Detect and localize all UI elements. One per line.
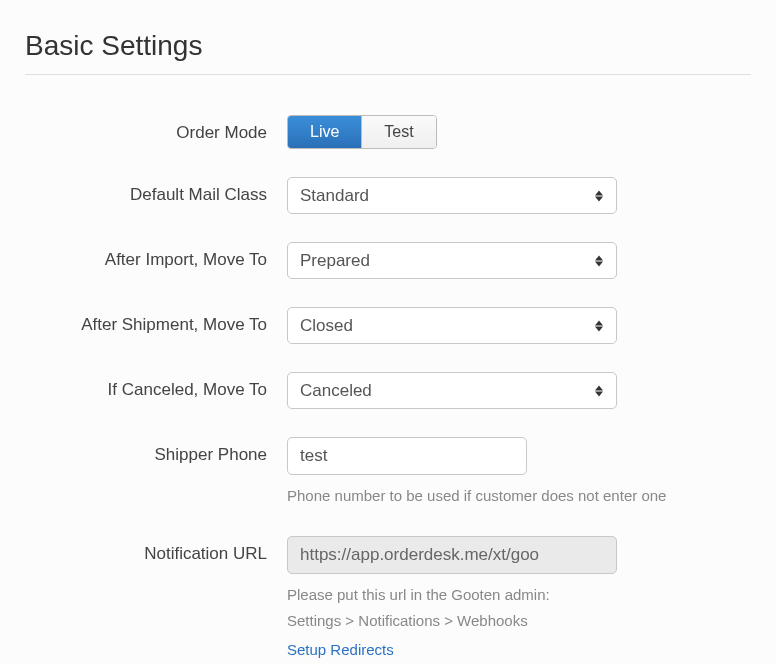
- notification-url-help-2: Settings > Notifications > Webhooks: [287, 610, 751, 633]
- after-shipment-label: After Shipment, Move To: [25, 307, 287, 335]
- notification-url-label: Notification URL: [25, 536, 287, 564]
- after-import-select[interactable]: Prepared: [287, 242, 617, 279]
- shipper-phone-row: Shipper Phone Phone number to be used if…: [25, 437, 751, 508]
- page-title: Basic Settings: [25, 30, 751, 62]
- notification-url-help-1: Please put this url in the Gooten admin:: [287, 584, 751, 607]
- if-canceled-row: If Canceled, Move To Canceled: [25, 372, 751, 409]
- notification-url-row: Notification URL Please put this url in …: [25, 536, 751, 659]
- after-import-row: After Import, Move To Prepared: [25, 242, 751, 279]
- order-mode-row: Order Mode Live Test: [25, 115, 751, 149]
- after-import-label: After Import, Move To: [25, 242, 287, 270]
- order-mode-toggle: Live Test: [287, 115, 437, 149]
- divider: [25, 74, 751, 75]
- mail-class-label: Default Mail Class: [25, 177, 287, 205]
- if-canceled-select[interactable]: Canceled: [287, 372, 617, 409]
- mail-class-row: Default Mail Class Standard: [25, 177, 751, 214]
- shipper-phone-input[interactable]: [287, 437, 527, 475]
- order-mode-live-button[interactable]: Live: [288, 116, 362, 148]
- after-shipment-row: After Shipment, Move To Closed: [25, 307, 751, 344]
- mail-class-select[interactable]: Standard: [287, 177, 617, 214]
- setup-redirects-link[interactable]: Setup Redirects: [287, 641, 394, 658]
- shipper-phone-label: Shipper Phone: [25, 437, 287, 465]
- after-shipment-select[interactable]: Closed: [287, 307, 617, 344]
- notification-url-input[interactable]: [287, 536, 617, 574]
- order-mode-test-button[interactable]: Test: [362, 116, 435, 148]
- order-mode-label: Order Mode: [25, 115, 287, 143]
- if-canceled-label: If Canceled, Move To: [25, 372, 287, 400]
- shipper-phone-help: Phone number to be used if customer does…: [287, 485, 751, 508]
